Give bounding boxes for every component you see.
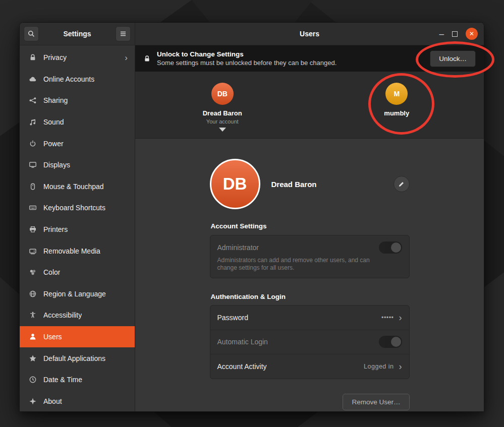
user-card-mumbly[interactable]: M mumbly	[310, 72, 484, 138]
sidebar-item-sound[interactable]: Sound	[20, 111, 135, 133]
sidebar-item-label: Online Accounts	[43, 75, 94, 83]
user-details: DB Dread Baron Account Settings Administ…	[135, 139, 484, 411]
sidebar-item-label: Printers	[43, 225, 68, 233]
user-card-name: Dread Baron	[203, 109, 242, 117]
unlock-banner-text: Unlock to Change Settings Some settings …	[157, 50, 337, 67]
media-icon	[29, 247, 37, 255]
chevron-right-icon: ›	[399, 362, 402, 371]
menu-button[interactable]	[116, 26, 131, 41]
users-icon	[29, 333, 37, 341]
clock-icon	[29, 376, 37, 384]
sidebar-item-mouse-touchpad[interactable]: Mouse & Touchpad	[20, 176, 135, 198]
about-icon	[29, 397, 37, 405]
window-controls: – ✕	[439, 23, 478, 45]
user-card-subtitle: Your account	[206, 118, 239, 125]
profile-name: Dread Baron	[271, 180, 394, 189]
sidebar-item-region-language[interactable]: Region & Language	[20, 283, 135, 305]
sidebar-item-sharing[interactable]: Sharing	[20, 90, 135, 111]
sidebar-item-privacy[interactable]: Privacy ›	[20, 47, 135, 69]
sidebar-item-power[interactable]: Power	[20, 133, 135, 154]
sidebar-item-users[interactable]: Users	[20, 326, 135, 348]
maximize-button[interactable]	[452, 31, 458, 37]
remove-user-button[interactable]: Remove User…	[343, 394, 409, 410]
printer-icon	[29, 225, 37, 233]
sidebar: Settings Privacy › Online Accounts Shari…	[20, 23, 135, 411]
edit-name-button[interactable]	[394, 176, 410, 192]
auth-row-label: Password	[217, 314, 377, 322]
sidebar-item-accessibility[interactable]: Accessibility	[20, 304, 135, 326]
sidebar-item-label: About	[43, 397, 62, 405]
row-password[interactable]: Password ••••• ›	[210, 306, 409, 330]
administrator-toggle[interactable]	[379, 241, 402, 254]
sidebar-item-date-time[interactable]: Date & Time	[20, 369, 135, 391]
star-icon	[29, 354, 37, 362]
sidebar-item-label: Keyboard Shortcuts	[43, 204, 105, 212]
toggle-knob	[391, 337, 401, 347]
sidebar-item-color[interactable]: Color	[20, 262, 135, 283]
chevron-right-icon: ›	[125, 53, 128, 62]
account-settings-heading: Account Settings	[211, 222, 410, 230]
globe-icon	[29, 290, 37, 298]
sidebar-item-label: Date & Time	[43, 376, 82, 384]
sidebar-item-online-accounts[interactable]: Online Accounts	[20, 69, 135, 90]
auth-row-label: Account Activity	[217, 362, 359, 371]
avatar-dread-baron: DB	[211, 83, 234, 105]
titlebar: Users – ✕	[135, 23, 484, 45]
display-icon	[29, 161, 37, 169]
power-icon	[29, 140, 37, 148]
sidebar-item-label: Privacy	[43, 53, 67, 62]
chevron-right-icon: ›	[399, 313, 402, 322]
administrator-row: Administrator	[217, 241, 402, 254]
sidebar-item-displays[interactable]: Displays	[20, 154, 135, 176]
sidebar-item-label: Sharing	[43, 96, 68, 104]
auth-row-label: Automatic Login	[217, 338, 374, 346]
auth-row-value: •••••	[381, 314, 394, 321]
pencil-icon	[398, 180, 405, 188]
close-button[interactable]: ✕	[466, 28, 478, 40]
mouse-icon	[29, 182, 37, 191]
settings-window: Settings Privacy › Online Accounts Shari…	[19, 22, 484, 412]
sidebar-item-keyboard-shortcuts[interactable]: Keyboard Shortcuts	[20, 197, 135, 219]
sidebar-header: Settings	[20, 23, 135, 45]
administrator-label: Administrator	[217, 243, 379, 252]
lock-icon	[29, 53, 37, 62]
cloud-icon	[29, 75, 37, 83]
user-card-name: mumbly	[384, 109, 409, 117]
sidebar-item-label: Region & Language	[43, 290, 106, 298]
profile-row: DB Dread Baron	[210, 159, 410, 209]
app-title: Settings	[42, 30, 113, 38]
sidebar-item-label: Accessibility	[43, 311, 82, 319]
authentication-heading: Authentication & Login	[211, 293, 410, 300]
administrator-card: Administrator Administrators can add and…	[210, 235, 410, 278]
sidebar-item-label: Users	[43, 333, 62, 341]
avatar-mumbly: M	[385, 83, 408, 105]
sidebar-item-label: Mouse & Touchpad	[43, 182, 104, 191]
minimize-button[interactable]: –	[439, 30, 444, 38]
main-panel: Users – ✕ Unlock to Change Settings Some…	[135, 23, 484, 411]
profile-avatar[interactable]: DB	[210, 159, 260, 209]
selected-user-pointer-icon	[219, 128, 226, 132]
unlock-banner-title: Unlock to Change Settings	[157, 50, 337, 58]
remove-user-row: Remove User…	[210, 394, 410, 410]
sidebar-item-default-applications[interactable]: Default Applications	[20, 347, 135, 369]
sidebar-item-label: Power	[43, 140, 64, 148]
row-account-activity[interactable]: Account Activity Logged in ›	[210, 354, 409, 379]
search-button[interactable]	[24, 26, 39, 41]
sidebar-item-removable-media[interactable]: Removable Media	[20, 240, 135, 262]
unlock-banner-subtitle: Some settings must be unlocked before th…	[157, 59, 337, 67]
user-card-dread-baron[interactable]: DB Dread Baron Your account	[135, 72, 310, 138]
row-automatic-login[interactable]: Automatic Login	[210, 330, 409, 354]
search-icon	[27, 30, 35, 38]
unlock-button[interactable]: Unlock…	[430, 50, 476, 67]
sidebar-item-about[interactable]: About	[20, 391, 135, 412]
toggle-switch[interactable]	[379, 336, 402, 348]
toggle-knob	[391, 242, 401, 253]
sidebar-item-printers[interactable]: Printers	[20, 219, 135, 240]
content-column: DB Dread Baron Account Settings Administ…	[210, 139, 410, 411]
sidebar-item-label: Color	[43, 268, 60, 276]
sidebar-item-label: Displays	[43, 161, 70, 169]
administrator-description: Administrators can add and remove other …	[217, 257, 371, 272]
sidebar-item-label: Removable Media	[43, 247, 100, 255]
auth-row-value: Logged in	[364, 363, 394, 370]
sidebar-item-label: Default Applications	[43, 354, 105, 362]
